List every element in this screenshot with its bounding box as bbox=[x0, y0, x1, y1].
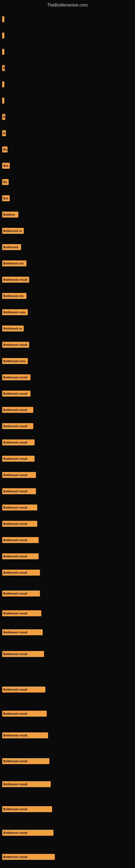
bar-item bbox=[2, 16, 4, 22]
bar-item: Bottleneck result bbox=[2, 733, 48, 738]
bar-label: Bottleneck result bbox=[2, 854, 55, 860]
bar-item bbox=[2, 33, 4, 38]
bar-label: Bo bbox=[2, 147, 8, 152]
bar-item: Bottleneck result bbox=[2, 391, 31, 397]
bar-item: Bottleneck re bbox=[2, 228, 24, 234]
bar-item: Bottleneck result bbox=[2, 854, 55, 860]
bar-item: Bottleneck result bbox=[2, 423, 33, 429]
bar-item: Bottleneck resu bbox=[2, 358, 28, 364]
bar-label: Bottleneck result bbox=[2, 391, 31, 397]
bar-label: B bbox=[2, 114, 5, 120]
bar-label bbox=[2, 82, 4, 87]
bar-item: Bo bbox=[2, 179, 9, 185]
bar-label: Bottleneck result bbox=[2, 590, 40, 596]
bar-item: Bottleneck res bbox=[2, 260, 27, 267]
bar-label: Bottleneck result bbox=[2, 488, 36, 494]
bar-item: Bottleneck result bbox=[2, 686, 45, 692]
bar-label: Bottleneck result bbox=[2, 830, 53, 836]
bar-label: Bottleneck result bbox=[2, 569, 40, 576]
bar-item: Bottleneck result bbox=[2, 651, 44, 657]
bar-label: Bottleneck result bbox=[2, 504, 37, 510]
bar-item: Bottleneck result bbox=[2, 537, 39, 543]
bar-item: Bottleneck result bbox=[2, 553, 39, 559]
bar-item: Bottleneck result bbox=[2, 590, 40, 596]
bar-label bbox=[2, 49, 4, 55]
bar-label: Bottleneck result bbox=[2, 711, 47, 717]
bar-item: Bottleneck result bbox=[2, 504, 37, 510]
bar-label: Bottleneck result bbox=[2, 610, 41, 616]
bar-label: Bottleneck result bbox=[2, 537, 39, 543]
bar-label: Bottleneck result bbox=[2, 806, 52, 812]
bar-item: Bottleneck result bbox=[2, 830, 53, 836]
bar-label: Bottleneck result bbox=[2, 629, 43, 635]
bar-item: Bottleneck result bbox=[2, 806, 52, 812]
bar-label bbox=[2, 16, 4, 22]
bar-item bbox=[2, 49, 4, 55]
bar-item: B bbox=[2, 114, 5, 120]
bar-item: Bottleneck re bbox=[2, 326, 24, 332]
bar-label: B bbox=[2, 65, 5, 71]
bar-item: Bottleneck resu bbox=[2, 309, 28, 315]
bar-item: Bottleneck result bbox=[2, 439, 35, 445]
bar-label: Bottleneck result bbox=[2, 423, 33, 429]
bar-label bbox=[2, 98, 4, 104]
chart-area: TheBottlenecker.com BBBBoBotBoBotBottlen… bbox=[0, 0, 135, 868]
bar-label: Bottleneck res bbox=[2, 260, 27, 267]
bar-label: Bottleneck re bbox=[2, 228, 24, 234]
bar-item: Bottleneck bbox=[2, 244, 21, 250]
bar-label: Bottleneck res bbox=[2, 293, 27, 299]
bar-label: Bottleneck result bbox=[2, 521, 37, 527]
site-title: TheBottlenecker.com bbox=[0, 0, 135, 13]
bar-label: Bottlene bbox=[2, 212, 18, 218]
bar-label: Bottleneck result bbox=[2, 456, 35, 462]
bar-item: Bottleneck result bbox=[2, 758, 49, 764]
bar-item bbox=[2, 98, 4, 104]
bar-label: Bot bbox=[2, 163, 10, 169]
bar-label: Bottleneck resu bbox=[2, 358, 28, 364]
bar-label: Bottleneck result bbox=[2, 553, 39, 559]
bar-label: Bottleneck result bbox=[2, 407, 33, 413]
bar-label: Bottleneck result bbox=[2, 758, 49, 764]
bar-item: Bottleneck res bbox=[2, 293, 27, 299]
bar-item: Bottlene bbox=[2, 212, 18, 218]
bar-label: Bottleneck resu bbox=[2, 309, 28, 315]
bar-label: Bottleneck re bbox=[2, 326, 24, 332]
bar-item: Bottleneck result bbox=[2, 781, 51, 787]
bar-label: B bbox=[2, 130, 6, 136]
bar-label: Bottleneck result bbox=[2, 277, 29, 283]
bar-label bbox=[2, 33, 4, 38]
bar-item: Bottleneck result bbox=[2, 569, 40, 576]
bar-label: Bot bbox=[2, 195, 10, 201]
bar-label: Bo bbox=[2, 179, 9, 185]
bar-item: Bottleneck result bbox=[2, 407, 33, 413]
bar-item: Bo bbox=[2, 147, 8, 152]
bar-label: Bottleneck result bbox=[2, 342, 29, 348]
bar-item: Bottleneck result bbox=[2, 521, 37, 527]
bar-item bbox=[2, 82, 4, 87]
bar-label: Bottleneck result bbox=[2, 781, 51, 787]
bar-label: Bottleneck result bbox=[2, 374, 31, 380]
bar-item: Bottleneck result bbox=[2, 277, 29, 283]
bar-label: Bottleneck bbox=[2, 244, 21, 250]
bar-item: Bottleneck result bbox=[2, 374, 31, 380]
bar-label: Bottleneck result bbox=[2, 651, 44, 657]
bar-item: Bottleneck result bbox=[2, 629, 43, 635]
bar-item: Bottleneck result bbox=[2, 342, 29, 348]
bar-item: Bot bbox=[2, 163, 10, 169]
bar-label: Bottleneck result bbox=[2, 439, 35, 445]
bar-label: Bottleneck result bbox=[2, 472, 36, 478]
bar-item: Bottleneck result bbox=[2, 472, 36, 478]
bar-label: Bottleneck result bbox=[2, 686, 45, 692]
bar-item: Bottleneck result bbox=[2, 610, 41, 616]
bar-label: Bottleneck result bbox=[2, 733, 48, 738]
bar-item: B bbox=[2, 130, 6, 136]
bar-item: Bottleneck result bbox=[2, 711, 47, 717]
bar-item: B bbox=[2, 65, 5, 71]
bar-item: Bot bbox=[2, 195, 10, 201]
bar-item: Bottleneck result bbox=[2, 488, 36, 494]
bar-item: Bottleneck result bbox=[2, 456, 35, 462]
